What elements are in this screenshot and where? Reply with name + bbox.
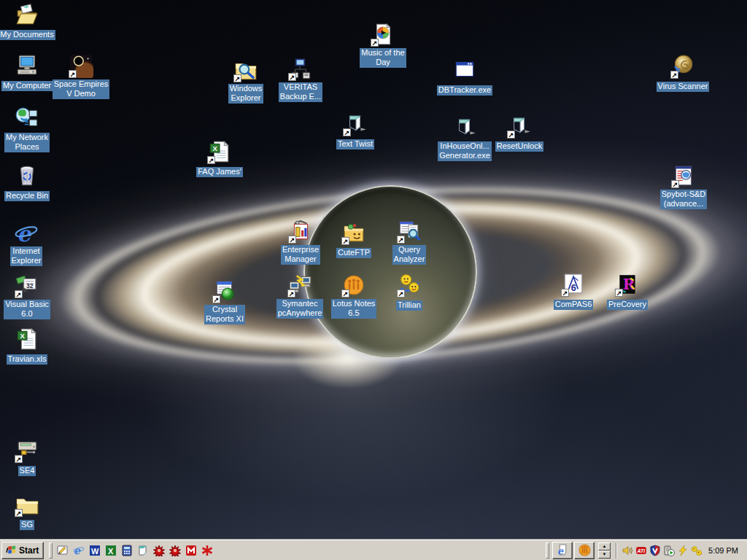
desktop-icon-resetunlock[interactable]: ↗ResetUnlock [490, 114, 549, 152]
desktop-icon-windows-explorer[interactable]: ↗Windows Explorer [217, 58, 275, 104]
quicklaunch-calculator-button[interactable] [120, 543, 134, 558]
desktop-icon-veritas-backup[interactable]: ↗VERITAS Backup E... [271, 56, 330, 102]
query-analyzer-icon: ↗ [397, 219, 422, 244]
shortcut-arrow-icon: ↗ [341, 289, 349, 298]
desktop-icon-label: Crystal Reports XI [204, 305, 245, 324]
desktop-icon-label: Windows Explorer [228, 84, 264, 104]
desktop-icon-text-twist[interactable]: ↗Text Twist [326, 112, 384, 149]
toolbar-lotus-notes-button[interactable] [574, 542, 595, 559]
desktop-icon-label: Lotus Notes 6.5 [331, 299, 377, 319]
toolbar-internet-explorer-document-button[interactable]: e [552, 542, 573, 559]
desktop-icon-recycle-bin[interactable]: Recycle Bin [0, 163, 56, 201]
desktop-icon-my-computer[interactable]: My Computer [0, 53, 56, 91]
spybot-icon: ↗ [671, 163, 696, 188]
start-button[interactable]: Start [1, 542, 44, 559]
desktop-icon-label: My Network Places [4, 133, 50, 152]
desktop-icon-symantec-pcanywhere[interactable]: ↗Symantec pcAnywhere [271, 273, 329, 319]
wmp-doc-icon: ↗ [371, 22, 395, 47]
quick-launch-bar: eWX [55, 543, 215, 558]
shortcut-arrow-icon: ↗ [288, 236, 296, 244]
quicklaunch-red-m-button[interactable] [184, 543, 198, 558]
quicklaunch-red-asterisk-button[interactable] [200, 543, 214, 558]
quicklaunch-red-burst-2-button[interactable] [168, 543, 182, 558]
shortcut-arrow-icon: ↗ [15, 290, 23, 298]
shortcut-arrow-icon: ↗ [397, 289, 405, 298]
desktop-icon-my-documents[interactable]: My Documents [0, 2, 56, 40]
desktop-icon-label: My Computer [1, 81, 53, 91]
desktop-icon-sg[interactable]: ↗SG [0, 492, 56, 530]
tray-lightning-icon[interactable] [676, 544, 689, 556]
quicklaunch-excel-button[interactable]: X [104, 543, 118, 558]
svg-text:W: W [91, 546, 99, 555]
tray-antivirus-shield-icon[interactable] [649, 544, 661, 556]
desktop-icon-trillian[interactable]: ↗Trillian [380, 273, 438, 311]
precovery-icon: R↗ [615, 272, 640, 297]
shortcut-arrow-icon: ↗ [69, 70, 77, 78]
desktop-icon-virus-scanner[interactable]: ↗Virus Scanner [654, 54, 712, 92]
scroll-down-button[interactable]: ▼ [598, 551, 611, 559]
desktop-icon-label: DBTracker.exe [437, 85, 492, 96]
desktop-icon-se4[interactable]: ↗SE4 [0, 438, 56, 476]
quicklaunch-red-burst-1-button[interactable] [152, 543, 166, 558]
windows-flag-icon [5, 545, 17, 556]
shortcut-arrow-icon: ↗ [371, 39, 379, 47]
desktop-icon-music-of-the-day[interactable]: ↗Music of the Day [354, 22, 412, 68]
system-tray: ATi 5:09 PM [619, 544, 746, 556]
folder-icon: ↗ [15, 492, 39, 517]
desktop-icon-label: SE4 [18, 466, 36, 476]
desktop-icon-internet-explorer[interactable]: eInternet Explorer [0, 220, 55, 266]
desktop-icon-lotus-notes-65[interactable]: ↗Lotus Notes 6.5 [325, 273, 383, 319]
my-network-icon [15, 106, 39, 131]
toolbar-scroll: ▲ ▼ [598, 542, 611, 559]
taskbar: Start eWX e ▲ ▼ ATi 5:09 PM [0, 540, 747, 560]
desktop-icon-compas6[interactable]: 6↗ComPAS6 [544, 272, 603, 310]
desktop-icon-label: SG [20, 520, 34, 530]
shortcut-arrow-icon: ↗ [288, 73, 296, 81]
desktop-icon-crystal-reports-xi[interactable]: ↗Crystal Reports XI [196, 279, 254, 324]
shortcut-arrow-icon: ↗ [15, 455, 23, 463]
quicklaunch-show-desktop-button[interactable] [55, 543, 70, 558]
shortcut-arrow-icon: ↗ [397, 236, 405, 244]
desktop-icon-spybot-sd[interactable]: ↗Spybot-S&D (advance... [654, 163, 713, 209]
shortcut-arrow-icon: ↗ [561, 289, 569, 297]
saturn-planet [303, 185, 477, 359]
desktop-icon-dbtracker-exe[interactable]: DBTracker.exe [436, 58, 494, 96]
desktop-icon-label: Spybot-S&D (advance... [660, 190, 708, 209]
desktop-icon-my-network-places[interactable]: My Network Places [0, 106, 56, 152]
tray-volume-icon[interactable] [621, 544, 633, 556]
desktop-icon-space-empires-v-demo[interactable]: ↗Space Empires V Demo [52, 53, 110, 99]
visual-basic-icon: 32↗ [15, 273, 39, 298]
desktop-icon-visual-basic-6[interactable]: 32↗Visual Basic 6.0 [0, 273, 56, 319]
shortcut-arrow-icon: ↗ [341, 237, 349, 245]
taskbar-clock[interactable]: 5:09 PM [704, 546, 744, 555]
toolbar-grip[interactable] [546, 542, 549, 559]
desktop-icon-label: Internet Explorer [10, 246, 43, 266]
start-label: Start [19, 545, 39, 556]
quicklaunch-notes-page-button[interactable] [136, 543, 150, 558]
flag-window-icon [452, 115, 477, 140]
lotus-notes-icon: ↗ [341, 273, 366, 298]
quicklaunch-internet-explorer-button[interactable]: e [71, 543, 86, 558]
desktop-icon-label: Space Empires V Demo [53, 79, 110, 99]
windows-explorer-icon: ↗ [233, 58, 258, 82]
desktop-icon-cuteftp[interactable]: ↗CuteFTP [325, 220, 383, 258]
desktop-icon-label: InHouseOnl... Generator.exe [438, 141, 492, 161]
shortcut-arrow-icon: ↗ [615, 289, 623, 297]
desktop-icon-travian-xls[interactable]: XTravian.xls [0, 327, 56, 365]
tray-pcanywhere-birds-icon[interactable] [690, 544, 703, 556]
scroll-up-button[interactable]: ▲ [598, 542, 611, 551]
desktop-icon-label: My Documents [0, 30, 55, 40]
my-computer-icon [15, 53, 39, 78]
desktop-icon-label: Symantec pcAnywhere [276, 299, 324, 319]
veritas-icon: ↗ [288, 56, 313, 81]
desktop-icon-query-analyzer[interactable]: ↗Query Analyzer [380, 219, 438, 265]
tray-sql-server-icon[interactable] [662, 544, 675, 556]
desktop-icon-faq-james[interactable]: X↗FAQ James' [190, 139, 249, 177]
tray-ati-icon[interactable]: ATi [635, 544, 647, 556]
desktop-icon-label: PreCovery [607, 300, 648, 310]
desktop-icon-enterprise-manager[interactable]: ↗Enterprise Manager [271, 219, 330, 265]
quicklaunch-grip[interactable] [49, 542, 53, 559]
quicklaunch-word-button[interactable]: W [88, 543, 102, 558]
desktop-icon-precovery[interactable]: R↗PreCovery [598, 272, 657, 310]
desktop-icon-inhouse-generator-exe[interactable]: InHouseOnl... Generator.exe [436, 115, 494, 161]
